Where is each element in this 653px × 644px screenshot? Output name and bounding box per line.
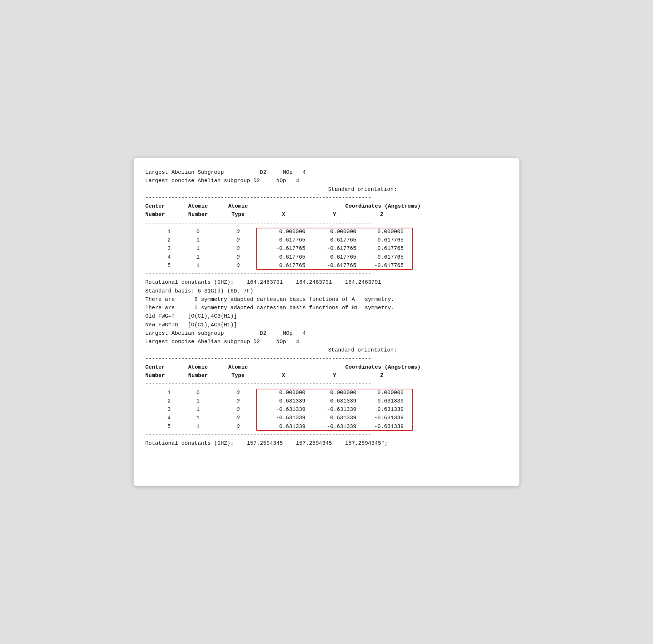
table1-header-row2: Number Number Type X Y Z (145, 211, 508, 219)
separator-2: ----------------------------------------… (145, 219, 508, 228)
col-z-label: Z (360, 211, 404, 219)
t1r5-x: 0.617765 (258, 262, 309, 270)
line-standard-orient-1: Standard orientation: (145, 185, 508, 194)
t1r1-x: 0.000000 (258, 228, 309, 236)
line-new-fwg: New FWG=TD [O(C1),4C3(H1)] (145, 321, 508, 329)
t1r1-atomic-type: 0 (218, 228, 258, 236)
t2r1-y: 0.000000 (309, 389, 360, 397)
t1r5-z: -0.617765 (360, 262, 404, 270)
t1r1-atomic-num: 6 (178, 228, 218, 236)
separator-1: ----------------------------------------… (145, 194, 508, 202)
t2r5-y: -0.631339 (309, 423, 360, 431)
t1r2-atomic-num: 1 (178, 236, 218, 244)
table2-row-4: 4 1 0 -0.631339 0.631339 -0.631339 (145, 414, 508, 422)
line-largest-abelian: Largest Abelian Subgroup D2 NOp 4 (145, 168, 508, 177)
table1-row-3: 3 1 0 -0.617765 -0.617765 0.617765 (145, 244, 508, 253)
col-number-label: Number (145, 211, 178, 219)
table1-row-2: 2 1 0 0.617765 0.617765 0.617765 (145, 236, 508, 244)
t2r3-z: 0.631339 (360, 405, 404, 414)
t1r1-center: 1 (145, 228, 178, 236)
col-atomic-type-label: Atomic (218, 202, 258, 211)
t1r3-atomic-num: 1 (178, 244, 218, 253)
t1r5-atomic-type: 0 (218, 262, 258, 270)
t2-col-atomic-num-label2: Number (178, 372, 218, 380)
t1r1-z: 0.000000 (360, 228, 404, 236)
col-center-label: Center (145, 202, 178, 211)
t2r5-atomic-type: 0 (218, 423, 258, 431)
col-y-label: Y (309, 211, 360, 219)
t2-col-atomic-type-label2: Type (218, 372, 258, 380)
t1r5-atomic-num: 1 (178, 262, 218, 270)
t2r3-x: -0.631339 (258, 405, 309, 414)
separator-6: ----------------------------------------… (145, 431, 508, 439)
t2-col-atomic-num-label: Atomic (178, 363, 218, 372)
table2-header-row2: Number Number Type X Y Z (145, 372, 508, 380)
table2-header-row1: Center Atomic Atomic Coordinates (Angstr… (145, 363, 508, 372)
t2r2-y: 0.631339 (309, 397, 360, 405)
t2-col-y-label: Y (309, 372, 360, 380)
t2r3-atomic-num: 1 (178, 405, 218, 414)
t2-col-z-label: Z (360, 372, 404, 380)
t2r3-y: -0.631339 (309, 405, 360, 414)
table2-data: 1 6 0 0.000000 0.000000 0.000000 2 1 0 0… (145, 389, 508, 431)
t2r2-x: 0.631339 (258, 397, 309, 405)
t1r4-center: 4 (145, 253, 178, 262)
t1r3-z: 0.617765 (360, 244, 404, 253)
line-std-basis: Standard basis: 6-31G(d) (6D, 7F) (145, 287, 508, 295)
separator-3: ----------------------------------------… (145, 270, 508, 278)
t1r1-y: 0.000000 (309, 228, 360, 236)
col-x-label: X (258, 211, 309, 219)
t2r5-z: -0.631339 (360, 423, 404, 431)
col-atomic-num-label: Atomic (178, 202, 218, 211)
t1r2-x: 0.617765 (258, 236, 309, 244)
table2-row-1: 1 6 0 0.000000 0.000000 0.000000 (145, 389, 508, 397)
t2r1-atomic-type: 0 (218, 389, 258, 397)
t2r1-atomic-num: 6 (178, 389, 218, 397)
t2r2-z: 0.631339 (360, 397, 404, 405)
t1r2-atomic-type: 0 (218, 236, 258, 244)
table1-row-5: 5 1 0 0.617765 -0.617765 -0.617765 (145, 262, 508, 270)
line-old-fwg: Old FWG=T [O(C1),4C3(H1)] (145, 312, 508, 321)
main-window: Largest Abelian Subgroup D2 NOp 4 Larges… (134, 158, 519, 486)
t1r5-center: 5 (145, 262, 178, 270)
col-atomic-num-label2: Number (178, 211, 218, 219)
t2r4-atomic-num: 1 (178, 414, 218, 422)
t1r4-atomic-num: 1 (178, 253, 218, 262)
t2r5-atomic-num: 1 (178, 423, 218, 431)
t2-col-center-label: Center (145, 363, 178, 372)
t1r3-atomic-type: 0 (218, 244, 258, 253)
t2r5-x: 0.631339 (258, 423, 309, 431)
t2r1-center: 1 (145, 389, 178, 397)
line-there-are-5: There are 5 symmetry adapted cartesian b… (145, 304, 508, 312)
t2r5-center: 5 (145, 423, 178, 431)
col-coords-label: Coordinates (Angstroms) (258, 202, 508, 211)
line-standard-orient-2: Standard orientation: (145, 346, 508, 354)
t2r3-center: 3 (145, 405, 178, 414)
t2-col-number-label: Number (145, 372, 178, 380)
line-largest-concise-2: Largest concise Abelian subgroup D2 NOp … (145, 338, 508, 346)
separator-4: ----------------------------------------… (145, 355, 508, 363)
separator-5: ----------------------------------------… (145, 380, 508, 388)
t1r4-y: 0.617765 (309, 253, 360, 262)
t2r1-x: 0.000000 (258, 389, 309, 397)
t1r3-x: -0.617765 (258, 244, 309, 253)
t2r4-atomic-type: 0 (218, 414, 258, 422)
table2-row-2: 2 1 0 0.631339 0.631339 0.631339 (145, 397, 508, 405)
table1-row-1: 1 6 0 0.000000 0.000000 0.000000 (145, 228, 508, 236)
line-largest-abelian-2: Largest Abelian subgroup D2 NOp 4 (145, 329, 508, 338)
table2-row-5: 5 1 0 0.631339 -0.631339 -0.631339 (145, 423, 508, 431)
t1r4-atomic-type: 0 (218, 253, 258, 262)
t2r4-y: 0.631339 (309, 414, 360, 422)
t2r3-atomic-type: 0 (218, 405, 258, 414)
t2-col-coords-label: Coordinates (Angstroms) (258, 363, 508, 372)
t2r1-z: 0.000000 (360, 389, 404, 397)
table2-row-3: 3 1 0 -0.631339 -0.631339 0.631339 (145, 405, 508, 414)
t1r5-y: -0.617765 (309, 262, 360, 270)
t2r4-x: -0.631339 (258, 414, 309, 422)
t2r2-atomic-num: 1 (178, 397, 218, 405)
t1r2-z: 0.617765 (360, 236, 404, 244)
t2r4-z: -0.631339 (360, 414, 404, 422)
t1r4-x: -0.617765 (258, 253, 309, 262)
t2r2-center: 2 (145, 397, 178, 405)
t2r4-center: 4 (145, 414, 178, 422)
